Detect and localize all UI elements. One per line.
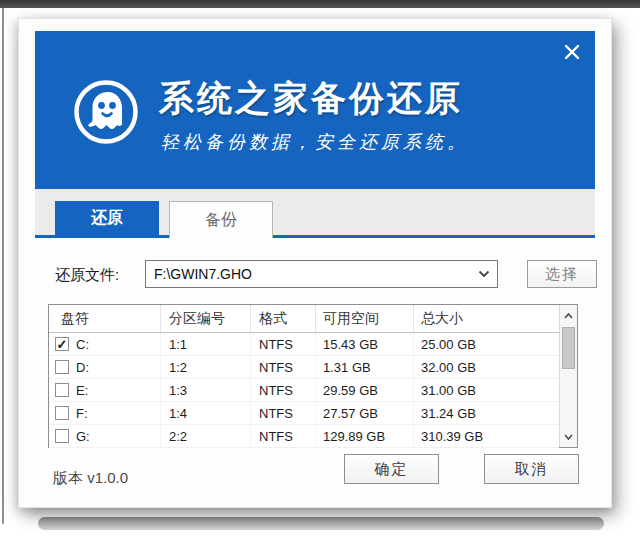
column-header-partition: 分区编号	[161, 305, 251, 332]
restore-file-value: F:\GWIN7.GHO	[146, 266, 471, 282]
total-size-value: 310.39 GB	[414, 425, 559, 447]
total-size-value: 31.00 GB	[414, 379, 559, 401]
choose-file-button[interactable]: 选择	[527, 260, 597, 288]
close-button[interactable]	[561, 43, 583, 65]
drive-label: D:	[76, 360, 89, 375]
partition-table: 盘符 分区编号 格式 可用空间 总大小 ✓C: 1:1 NTFS 15.43 G…	[48, 304, 578, 448]
tab-strip: 还原 备份	[35, 189, 595, 238]
format-value: NTFS	[251, 333, 316, 355]
free-space-value: 15.43 GB	[316, 333, 414, 355]
format-value: NTFS	[251, 356, 316, 378]
format-value: NTFS	[251, 379, 316, 401]
partition-value: 2:2	[161, 425, 251, 447]
bottom-frame-band	[38, 517, 604, 530]
table-row-g[interactable]: G: 2:2 NTFS 129.89 GB 310.39 GB	[49, 425, 559, 448]
screenshot-stage: 系统之家备份还原 轻松备份数据，安全还原系统。 还原 备份 还原文件: F:\G…	[0, 0, 640, 545]
format-value: NTFS	[251, 425, 316, 447]
restore-file-row: 还原文件: F:\GWIN7.GHO 选择	[55, 260, 600, 288]
partition-value: 1:2	[161, 356, 251, 378]
drive-label: E:	[76, 383, 88, 398]
app-window: 系统之家备份还原 轻松备份数据，安全还原系统。 还原 备份 还原文件: F:\G…	[18, 18, 612, 508]
drive-label: G:	[76, 429, 90, 444]
restore-file-label: 还原文件:	[55, 266, 119, 285]
left-frame-line	[2, 8, 4, 524]
dropdown-chevron-icon[interactable]	[471, 270, 497, 278]
total-size-value: 32.00 GB	[414, 356, 559, 378]
cancel-button[interactable]: 取消	[484, 454, 579, 484]
app-title: 系统之家备份还原	[159, 75, 463, 122]
ok-button[interactable]: 确定	[344, 454, 439, 484]
partition-table-header: 盘符 分区编号 格式 可用空间 总大小	[49, 305, 577, 333]
column-header-format: 格式	[251, 305, 316, 332]
app-header: 系统之家备份还原 轻松备份数据，安全还原系统。	[35, 31, 595, 189]
partition-table-body: ✓C: 1:1 NTFS 15.43 GB 25.00 GB D: 1:2 NT…	[49, 333, 559, 447]
checkbox-unchecked[interactable]	[55, 406, 69, 420]
scrollbar-down-icon[interactable]	[560, 428, 577, 445]
free-space-value: 27.57 GB	[316, 402, 414, 424]
table-row-e[interactable]: E: 1:3 NTFS 29.59 GB 31.00 GB	[49, 379, 559, 402]
partition-value: 1:3	[161, 379, 251, 401]
checkbox-unchecked[interactable]	[55, 383, 69, 397]
table-row-c[interactable]: ✓C: 1:1 NTFS 15.43 GB 25.00 GB	[49, 333, 559, 356]
checkbox-unchecked[interactable]	[55, 429, 69, 443]
column-header-free-space: 可用空间	[316, 305, 414, 332]
top-frame-band	[0, 0, 640, 8]
table-scrollbar[interactable]	[559, 305, 577, 447]
free-space-value: 1.31 GB	[316, 356, 414, 378]
checkbox-checked[interactable]: ✓	[55, 337, 69, 351]
column-header-drive: 盘符	[49, 305, 161, 332]
drive-label: F:	[76, 406, 88, 421]
tab-backup[interactable]: 备份	[169, 201, 273, 238]
format-value: NTFS	[251, 402, 316, 424]
partition-value: 1:1	[161, 333, 251, 355]
free-space-value: 29.59 GB	[316, 379, 414, 401]
partition-value: 1:4	[161, 402, 251, 424]
checkbox-unchecked[interactable]	[55, 360, 69, 374]
app-subtitle: 轻松备份数据，安全还原系统。	[161, 130, 469, 154]
drive-label: C:	[76, 337, 89, 352]
close-icon	[564, 44, 580, 64]
scrollbar-up-icon[interactable]	[560, 307, 577, 324]
tab-restore[interactable]: 还原	[55, 201, 159, 235]
version-label: 版本 v1.0.0	[53, 469, 128, 488]
total-size-value: 25.00 GB	[414, 333, 559, 355]
restore-file-combobox[interactable]: F:\GWIN7.GHO	[145, 260, 498, 288]
free-space-value: 129.89 GB	[316, 425, 414, 447]
ghost-logo-icon	[73, 79, 139, 145]
column-header-total-size: 总大小	[414, 305, 577, 332]
total-size-value: 31.24 GB	[414, 402, 559, 424]
table-row-d[interactable]: D: 1:2 NTFS 1.31 GB 32.00 GB	[49, 356, 559, 379]
table-row-f[interactable]: F: 1:4 NTFS 27.57 GB 31.24 GB	[49, 402, 559, 425]
scrollbar-thumb[interactable]	[562, 327, 575, 369]
